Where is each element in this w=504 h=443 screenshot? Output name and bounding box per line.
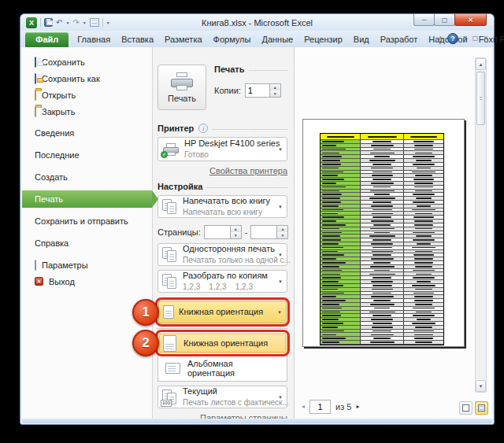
cell-text-bar	[370, 341, 395, 343]
sidebar-item-сохранить-и-отправить[interactable]: Сохранить и отправить	[22, 212, 152, 230]
chevron-down-icon[interactable]: ▼	[278, 395, 283, 400]
chevron-down-icon[interactable]: ▼	[278, 205, 283, 209]
info-icon[interactable]: i	[198, 124, 208, 133]
print-button[interactable]: Печать	[158, 65, 206, 110]
workbook-close-icon[interactable]: ✕	[483, 35, 488, 42]
cell-text-bar	[322, 243, 339, 245]
printer-icon	[170, 72, 194, 92]
divider	[40, 18, 41, 28]
show-margins-button[interactable]	[459, 401, 472, 415]
ribbon-tab-разработ[interactable]: Разработ	[375, 32, 423, 47]
collate-dropdown[interactable]: Разобрать по копиям 1,2,3 1,2,3 1,2,3 ▼	[158, 270, 287, 293]
section-settings-label: Настройка	[158, 182, 202, 191]
sidebar-command-параметры[interactable]: Параметры	[22, 257, 152, 273]
redo-dropdown-icon[interactable]: ▼	[83, 20, 87, 25]
cell-text-bar	[322, 183, 336, 184]
print-preview-icon[interactable]	[90, 18, 99, 27]
cell-text-bar	[414, 145, 432, 146]
scaling-dropdown[interactable]: 100 Текущий Печать листов с фактическ...…	[158, 386, 287, 408]
copies-label: Копии:	[214, 86, 241, 95]
menu-item-landscape[interactable]: Альбомная ориентация	[161, 358, 284, 378]
help-icon[interactable]: ?	[447, 33, 458, 44]
cell-text-bar	[416, 274, 432, 275]
sidebar-command-закрыть[interactable]: Закрыть	[22, 103, 152, 120]
cell-text-bar	[369, 198, 395, 199]
print-what-dropdown[interactable]: Напечатать всю книгу Напечатать всю книг…	[158, 195, 287, 218]
chevron-down-icon[interactable]: ▼	[278, 147, 283, 152]
scale-100-badge: 100	[161, 400, 172, 407]
customize-qat-icon[interactable]: ▼	[106, 20, 110, 25]
spinner-up-icon[interactable]: ▲	[231, 226, 241, 232]
next-page-icon[interactable]: ▸	[356, 404, 359, 410]
collapse-ribbon-icon[interactable]: ∧	[438, 35, 443, 42]
cell-text-bar	[414, 149, 434, 150]
zoom-to-page-button[interactable]	[475, 401, 488, 415]
ribbon-tab-файл[interactable]: Файл	[25, 32, 69, 47]
sidebar-item-справка[interactable]: Справка	[22, 234, 152, 252]
spinner-up-icon[interactable]: ▲	[270, 84, 280, 90]
window-controls: ─ ▢ ✕	[414, 14, 487, 26]
sidebar-command-открыть[interactable]: Открыть	[22, 87, 152, 103]
ribbon-tab-вставка[interactable]: Вставка	[116, 32, 159, 47]
pages-to-input[interactable]	[250, 225, 277, 239]
copies-input[interactable]	[245, 83, 270, 98]
preview-scrollbar[interactable]: ▲ ▼	[475, 57, 487, 393]
menu-item-portrait[interactable]: Книжная ориентация	[158, 333, 287, 353]
spinner-down-icon[interactable]: ▼	[277, 232, 287, 238]
sidebar-item-печать[interactable]: Печать	[22, 190, 152, 208]
ribbon-tab-формулы[interactable]: Формулы	[208, 32, 257, 47]
maximize-button[interactable]: ▢	[434, 14, 455, 26]
cell-text-bar	[372, 172, 392, 173]
sides-dropdown[interactable]: Односторонняя печать Печатать только на …	[158, 243, 287, 266]
cell-text-bar	[413, 156, 434, 157]
chevron-down-icon[interactable]: ▼	[278, 279, 283, 284]
close-button[interactable]: ✕	[454, 14, 487, 26]
save-icon[interactable]	[44, 18, 53, 27]
cell-text-bar	[412, 323, 436, 324]
sidebar-command-параметры-label: Параметры	[42, 260, 88, 270]
cell-text-bar	[322, 262, 346, 264]
workbook-minimize-icon[interactable]: ─	[463, 35, 468, 42]
spinner-down-icon[interactable]: ▼	[231, 232, 241, 238]
redo-icon[interactable]: ↷	[72, 19, 79, 27]
cell-text-bar	[415, 228, 432, 230]
cell-text-bar	[417, 168, 432, 169]
ribbon-tab-вид[interactable]: Вид	[348, 32, 375, 47]
spinner-down-icon[interactable]: ▼	[270, 90, 280, 97]
orientation-dropdown[interactable]: Книжная ориентация ▼	[158, 301, 287, 323]
cell-text-bar	[322, 304, 339, 305]
sidebar-command-выход[interactable]: ✕Выход	[22, 273, 152, 290]
scroll-down-icon[interactable]: ▼	[476, 380, 486, 392]
ribbon-tab-главная[interactable]: Главная	[72, 32, 116, 47]
ribbon-tab-row: ФайлГлавнаяВставкаРазметкаФормулыДанныеР…	[20, 31, 494, 47]
ribbon-tab-разметка[interactable]: Разметка	[159, 32, 208, 47]
sidebar-command-сохранить-как[interactable]: Сохранить как	[22, 70, 152, 87]
undo-icon[interactable]: ↶	[56, 19, 62, 27]
printer-name: HP Deskjet F4100 series	[184, 138, 280, 148]
chevron-down-icon[interactable]: ▼	[278, 253, 283, 257]
cell-text-bar	[416, 160, 432, 161]
cell-text-bar	[322, 239, 341, 241]
excel-logo-icon[interactable]: X	[26, 17, 37, 28]
sidebar-item-создать[interactable]: Создать	[22, 168, 152, 186]
printer-properties-link[interactable]: Свойства принтера	[158, 166, 287, 175]
prev-page-icon[interactable]: ◂	[302, 404, 305, 410]
undo-dropdown-icon[interactable]: ▼	[65, 20, 69, 25]
sidebar-item-сведения[interactable]: Сведения	[22, 124, 152, 142]
cell-text-bar	[322, 235, 340, 237]
pages-from-input[interactable]	[204, 225, 231, 239]
ribbon-tab-рецензир[interactable]: Рецензир	[298, 32, 348, 47]
chevron-down-icon[interactable]: ▼	[277, 310, 282, 315]
minimize-button[interactable]: ─	[413, 14, 435, 26]
current-page-input[interactable]	[309, 400, 331, 414]
spinner-up-icon[interactable]: ▲	[277, 226, 287, 232]
scroll-up-icon[interactable]: ▲	[476, 58, 486, 70]
cell-text-bar	[322, 254, 344, 256]
ribbon-tab-данные[interactable]: Данные	[256, 32, 298, 47]
sidebar-item-последние[interactable]: Последние	[22, 146, 152, 164]
printer-dropdown[interactable]: ✓ HP Deskjet F4100 series Готово ▼	[158, 137, 287, 161]
cell-text-bar	[322, 156, 342, 157]
sidebar-command-сохранить[interactable]: Сохранить	[22, 54, 152, 70]
workbook-restore-icon[interactable]: ▢	[472, 35, 479, 42]
scrollbar-thumb[interactable]	[476, 72, 485, 125]
